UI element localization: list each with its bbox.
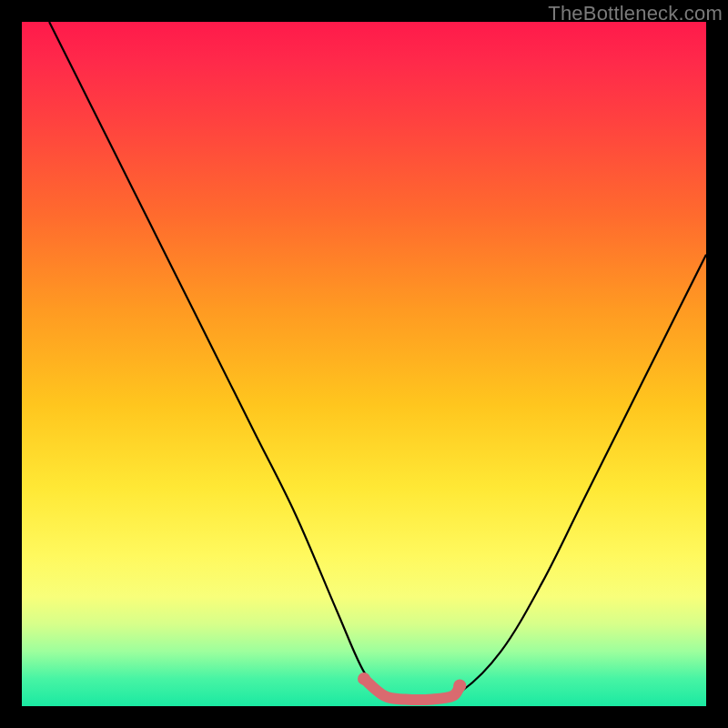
bottleneck-curve <box>49 22 706 700</box>
optimal-end-dot <box>453 679 466 692</box>
optimal-start-dot <box>358 672 370 685</box>
chart-frame: TheBottleneck.com <box>0 0 728 728</box>
plot-area <box>22 22 706 706</box>
curve-layer <box>22 22 706 706</box>
optimal-range <box>364 679 460 700</box>
